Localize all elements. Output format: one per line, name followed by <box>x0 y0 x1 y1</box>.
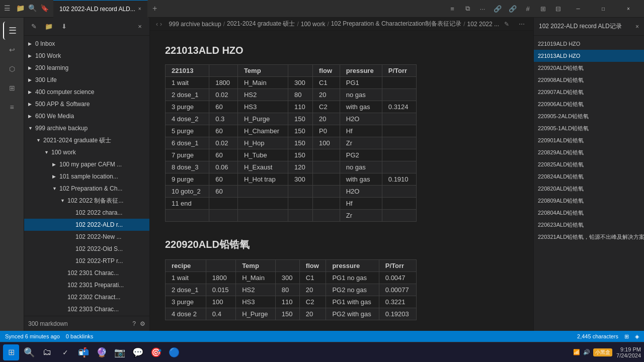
taskbar-clock[interactable]: 9:19 PM 7/24/2024 <box>616 346 641 358</box>
tab-bar: 102 2022-ALD record ALD... × + <box>53 0 446 18</box>
tree-item-21[interactable]: 102 2302 Charact... <box>24 291 149 303</box>
tag-btn[interactable]: # <box>521 2 534 15</box>
sidebar-bottom[interactable]: 300 markdown ? ⚙ <box>24 316 149 331</box>
bookmark-icon[interactable]: 🔖 <box>40 4 49 13</box>
rp-item-5[interactable]: 220906ALD铅锆氧 <box>534 98 644 110</box>
tree-item-6[interactable]: ▶600 We Media <box>24 110 149 122</box>
tree-item-20[interactable]: 102 2301 Preparati... <box>24 279 149 291</box>
tree-item-17[interactable]: 102 2022-Old S... <box>24 243 149 255</box>
tree-item-8[interactable]: ▼2021-2024 graduate 硕士 <box>24 134 149 146</box>
rp-item-14[interactable]: 220804ALD铅锆氧 <box>534 207 644 219</box>
settings-icon[interactable]: ⚙ <box>140 320 145 327</box>
edit-btn[interactable]: ✎ <box>501 19 512 30</box>
tree-item-16[interactable]: 102 2022-New ... <box>24 231 149 243</box>
more-btn[interactable]: ··· <box>476 2 489 15</box>
rp-item-7[interactable]: 220905-1ALD铅锆氧 <box>534 122 644 134</box>
tree-item-22[interactable]: 102 2303 Charac... <box>24 303 149 315</box>
taskbar-icon-4[interactable]: 📬 <box>75 344 92 360</box>
activity-nav[interactable]: ☰ <box>3 22 21 40</box>
breadcrumb-item-5[interactable]: 102 2022 ... <box>467 21 499 28</box>
taskbar-icon-7[interactable]: 💬 <box>130 344 146 360</box>
layout-btn[interactable]: ⧉ <box>461 2 474 15</box>
tree-item-14[interactable]: 102 2022 chara... <box>24 207 149 219</box>
tree-item-5[interactable]: ▶500 APP & Software <box>24 98 149 110</box>
maximize-btn[interactable]: □ <box>592 0 615 18</box>
tree-item-12[interactable]: ▼102 Preparation & Ch... <box>24 183 149 195</box>
rp-item-9[interactable]: 220829ALD铅锆氧 <box>534 146 644 158</box>
search-icon[interactable]: 🔍 <box>28 4 37 13</box>
rp-item-8[interactable]: 220901ALD铅锆氧 <box>534 134 644 146</box>
s1-cell-8-6: 0.1910 <box>382 173 416 186</box>
rp-item-11[interactable]: 220824ALD铅锆氧 <box>534 170 644 183</box>
split-btn[interactable]: ⊟ <box>551 2 565 15</box>
rp-item-12[interactable]: 220820ALD铅锆氧 <box>534 183 644 195</box>
close-btn[interactable]: × <box>617 0 640 18</box>
s1-cell-8-2: H_Hot trap <box>237 173 288 186</box>
taskbar-icon-1[interactable]: 🔍 <box>21 344 37 360</box>
rp-item-0[interactable]: 221019ALD HZO <box>534 38 644 50</box>
rp-item-15[interactable]: 220623ALD铅锆氧 <box>534 219 644 231</box>
tray-icon-volume[interactable]: 🔊 <box>583 349 590 355</box>
forward-btn[interactable]: › <box>160 21 162 28</box>
breadcrumb-item-4[interactable]: 102 Preparation & Characterization制备表征记录 <box>331 20 461 28</box>
taskbar-icon-6[interactable]: 📷 <box>112 344 128 360</box>
back-btn[interactable]: ‹ <box>156 21 158 28</box>
tree-item-18[interactable]: 102 2022-RTP r... <box>24 255 149 267</box>
tree-item-7[interactable]: ▼999 archive backup <box>24 122 149 134</box>
rp-item-16[interactable]: 220321ALD铅锆氧，铅源不出峰及解决方案 <box>534 231 644 243</box>
active-tab[interactable]: 102 2022-ALD record ALD... × <box>53 0 148 18</box>
tree-item-19[interactable]: 102 2301 Charac... <box>24 267 149 279</box>
rp-item-10[interactable]: 220825ALD铅锆氧 <box>534 158 644 170</box>
menu-icon[interactable]: ☰ <box>4 4 13 13</box>
taskbar-icon-3[interactable]: ✓ <box>57 344 73 360</box>
start-btn[interactable]: ⊞ <box>3 344 19 360</box>
activity-search[interactable]: ↩ <box>3 41 21 59</box>
tray-icon-network[interactable]: 📶 <box>573 349 580 355</box>
tree-item-2[interactable]: ▶200 learning <box>24 62 149 74</box>
link2-btn[interactable]: 🔗 <box>506 2 519 15</box>
rp-item-2[interactable]: 220920ALD铅锆氧 <box>534 62 644 74</box>
s1-cell-7-3: 120 <box>288 161 312 173</box>
help-icon[interactable]: ? <box>132 320 136 327</box>
tree-item-3[interactable]: ▶300 Life <box>24 74 149 86</box>
editor-content[interactable]: 221013ALD HZO 221013TempflowpressureP/To… <box>150 31 533 331</box>
more-actions-btn[interactable]: ⋯ <box>516 19 527 30</box>
breadcrumb-item-2[interactable]: 2021-2024 graduate 硕士 <box>227 20 295 28</box>
tree-item-4[interactable]: ▶400 computer science <box>24 86 149 98</box>
activity-calendar[interactable]: ≡ <box>3 98 21 116</box>
minimize-btn[interactable]: ─ <box>567 0 590 18</box>
right-panel-close-btn[interactable]: × <box>635 23 639 30</box>
tree-item-15[interactable]: 102 2022-ALD r... <box>24 219 149 231</box>
tree-item-0[interactable]: ▶0 Inbox <box>24 38 149 50</box>
activity-table[interactable]: ⊞ <box>3 79 21 97</box>
taskbar-icon-5[interactable]: 🔮 <box>94 344 110 360</box>
tab-close-btn[interactable]: × <box>138 6 141 12</box>
rp-item-6[interactable]: 220905-2ALD铅锆氧 <box>534 110 644 122</box>
breadcrumb-item-3[interactable]: 100 work <box>301 21 326 28</box>
tree-item-10[interactable]: ▶100 my paper CAFM ... <box>24 158 149 170</box>
breadcrumb-item-1[interactable]: 999 archive backup <box>169 21 221 28</box>
new-note-btn[interactable]: ✎ <box>28 21 39 32</box>
new-folder-btn[interactable]: 📁 <box>43 21 54 32</box>
rp-item-13[interactable]: 220809ALD铅锆氧 <box>534 195 644 207</box>
rp-item-1[interactable]: 221013ALD HZO <box>534 50 644 62</box>
s1-cell-3-0: 4 dose_2 <box>166 113 209 125</box>
close-sidebar-btn[interactable]: × <box>134 21 145 32</box>
taskbar-icon-9[interactable]: 🔵 <box>166 344 182 360</box>
taskbar-icon-8[interactable]: 🎯 <box>148 344 164 360</box>
tree-item-11[interactable]: ▶101 sample location... <box>24 170 149 183</box>
s1-cell-2-5: with gas <box>340 101 382 113</box>
tree-item-9[interactable]: ▼100 work <box>24 146 149 158</box>
link-btn[interactable]: 🔗 <box>491 2 504 15</box>
taskbar-icon-2[interactable]: 🗂 <box>39 344 55 360</box>
settings-btn[interactable]: ≡ <box>446 2 459 15</box>
tree-item-1[interactable]: ▶100 Work <box>24 50 149 62</box>
rp-item-4[interactable]: 220907ALD铅锆氧 <box>534 86 644 98</box>
view-btn[interactable]: ⊞ <box>536 2 549 15</box>
rp-item-3[interactable]: 220908ALD铅锆氧 <box>534 74 644 86</box>
tree-item-13[interactable]: ▼102 2022 制备表征... <box>24 195 149 207</box>
folder-icon[interactable]: 📁 <box>16 4 25 13</box>
sort-btn[interactable]: ⬇ <box>58 21 69 32</box>
new-tab-btn[interactable]: + <box>148 2 162 16</box>
activity-graph[interactable]: ⬡ <box>3 60 21 78</box>
